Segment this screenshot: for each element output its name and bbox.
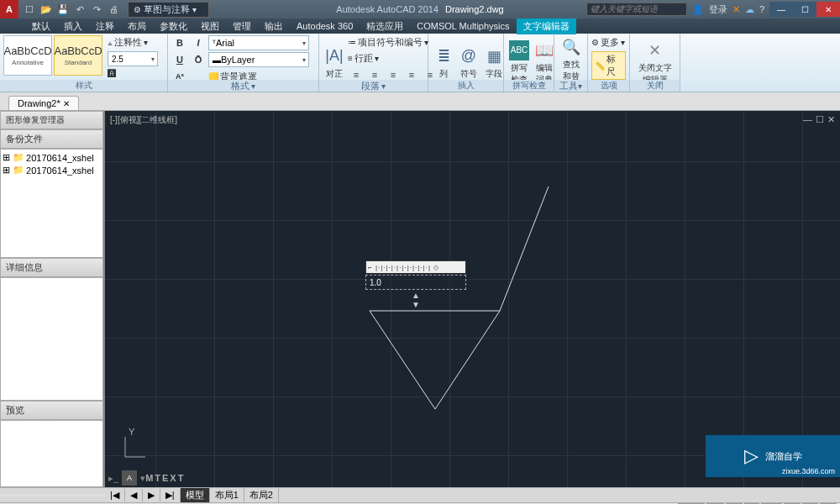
svg-line-0 [500, 186, 549, 311]
panel-options: ⚙ 更多▾ 📏 标尺 选项 [588, 34, 630, 92]
tab-layout[interactable]: 布局 [121, 18, 153, 34]
drawing-geometry [105, 111, 840, 487]
minimize-button[interactable]: — [769, 2, 793, 17]
quick-access-toolbar: ☐ 📂 💾 ↶ ↷ 🖨 [18, 3, 124, 15]
style-annotative[interactable]: AaBbCcD Annotative [3, 35, 52, 76]
backup-files-header[interactable]: 备份文件 [0, 129, 103, 149]
text-height-input[interactable]: 2.5 [108, 51, 158, 66]
panel-options-label: 选项 [588, 80, 629, 92]
tab-manage[interactable]: 管理 [226, 18, 258, 34]
app-name: Autodesk AutoCAD 2014 [336, 4, 438, 14]
details-header[interactable]: 详细信息 [0, 258, 103, 277]
window-controls: — ☐ ✕ [769, 2, 840, 17]
drawing-canvas[interactable]: [-][俯视][二维线框] — ☐ ✕ ⌐ |·|·|·|·|·|·|·|·|·… [105, 111, 840, 487]
preview-header[interactable]: 预览 [0, 401, 103, 420]
panel-tools: 🔍查找和替换 工具▾ [554, 34, 588, 92]
spacer [0, 495, 105, 496]
cloud-icon[interactable]: ☁ [745, 4, 754, 15]
tab-insert[interactable]: 插入 [57, 18, 89, 34]
cmd-handle-icon[interactable]: ▸_ [108, 473, 118, 484]
ruler-toggle[interactable]: 📏 标尺 [591, 51, 626, 80]
app-logo[interactable]: A [0, 0, 18, 18]
text-input-box[interactable]: 1.0 [365, 275, 466, 290]
panel-format-label: 格式 ▾ [168, 80, 318, 92]
model-tab[interactable]: 模型 [181, 488, 210, 502]
svg-text:Y: Y [129, 427, 135, 437]
linespacing-dropdown[interactable]: ≡ 行距 ▾ [348, 51, 438, 66]
cmd-prefix-icon: A [122, 470, 137, 486]
panel-tools-label: 工具▾ [554, 80, 587, 92]
help-search-input[interactable]: 键入关键字或短语 [586, 3, 687, 16]
work-area: 图形修复管理器 备份文件 ⊞ 📁 20170614_xshel ⊞ 📁 2017… [0, 111, 840, 487]
redo-icon[interactable]: ↷ [91, 3, 102, 15]
bold-button[interactable]: B [171, 35, 188, 50]
tab-a360[interactable]: Autodesk 360 [290, 19, 360, 33]
file-tab-strip: Drawing2* ✕ [0, 92, 840, 111]
preview-box [0, 420, 103, 487]
ucs-icon: Y [113, 427, 147, 462]
tab-comsol[interactable]: COMSOL Multiphysics [410, 19, 516, 33]
style-standard[interactable]: AaBbCcD Standard [54, 35, 102, 76]
play-icon: ▷ [744, 445, 759, 467]
user-area: 👤 登录 ✕ ☁ ? [687, 3, 769, 16]
bullets-dropdown[interactable]: ≔ 项目符号和编号 ▾ [348, 35, 438, 50]
panel-paragraph: |A| 对正 ≔ 项目符号和编号 ▾ ≡ 行距 ▾ ≡ ≡ ≡ ≡ ≡ 段落 ▾ [319, 34, 428, 92]
left-pane: 图形修复管理器 备份文件 ⊞ 📁 20170614_xshel ⊞ 📁 2017… [0, 111, 105, 487]
tree-item[interactable]: ⊞ 📁 20170614_xshel [3, 151, 101, 164]
tab-default[interactable]: 默认 [25, 18, 57, 34]
watermark: ▷ 溜溜自学 zixue.3d66.com [706, 435, 840, 477]
text-resize-handle[interactable]: ▲▼ [365, 291, 466, 309]
new-icon[interactable]: ☐ [24, 3, 35, 15]
tabnav-next[interactable]: ▶ [143, 489, 160, 501]
overline-button[interactable]: Ō [190, 52, 207, 67]
mtext-editor[interactable]: ⌐ |·|·|·|·|·|·|·|·|·|·| ◇ 1.0 ▲▼ [365, 260, 466, 309]
tab-text-editor[interactable]: 文字编辑器 [517, 18, 576, 34]
panel-insert-label: 插入 [428, 80, 503, 92]
tabnav-last[interactable]: ▶| [160, 489, 181, 501]
panel-close-label: 关闭 [630, 80, 680, 92]
workspace-selector[interactable]: ⚙ 草图与注释 ▾ [128, 2, 209, 18]
repair-manager-title: 图形修复管理器 [0, 111, 103, 129]
exchange-icon[interactable]: ✕ [732, 4, 740, 15]
panel-format: B I ᵀ Arial U Ō ▬ ByLayer Aª 🟨 背景遮罩 格式 ▾ [168, 34, 319, 92]
title-bar: A ☐ 📂 💾 ↶ ↷ 🖨 ⚙ 草图与注释 ▾ Autodesk AutoCAD… [0, 0, 840, 18]
undo-icon[interactable]: ↶ [74, 3, 86, 15]
maximize-button[interactable]: ☐ [793, 2, 816, 17]
help-icon[interactable]: ? [759, 4, 764, 14]
anno-style-dropdown[interactable]: ⟁ 注释性 ▾ [108, 35, 158, 50]
tree-item[interactable]: ⊞ 📁 20170614_xshel [3, 164, 101, 176]
layout1-tab[interactable]: 布局1 [210, 488, 244, 502]
color-dropdown[interactable]: ▬ ByLayer [208, 52, 309, 67]
font-dropdown[interactable]: ᵀ Arial [208, 35, 309, 50]
panel-spell: ABC拼写检查 📖编辑词典 拼写检查 [504, 34, 554, 92]
ribbon: AaBbCcD Annotative AaBbCcD Standard ⟁ 注释… [0, 34, 840, 92]
login-label[interactable]: 登录 [709, 3, 727, 16]
tab-parametric[interactable]: 参数化 [153, 18, 194, 34]
close-button[interactable]: ✕ [816, 2, 840, 17]
more-dropdown[interactable]: ⚙ 更多▾ [591, 35, 626, 50]
user-icon[interactable]: 👤 [692, 4, 704, 15]
tabnav-first[interactable]: |◀ [105, 489, 125, 501]
panel-close: ✕关闭文字编辑器 关闭 [630, 34, 680, 92]
panel-spell-label: 拼写检查 [504, 80, 554, 92]
panel-paragraph-label: 段落 ▾ [319, 80, 428, 92]
text-ruler[interactable]: ⌐ |·|·|·|·|·|·|·|·|·|·| ◇ [365, 260, 466, 274]
tab-view[interactable]: 视图 [194, 18, 226, 34]
tab-output[interactable]: 输出 [258, 18, 290, 34]
underline-button[interactable]: U [171, 52, 188, 67]
doc-name: Drawing2.dwg [445, 4, 504, 14]
command-text: MTEXT [145, 473, 185, 483]
print-icon[interactable]: 🖨 [108, 3, 119, 15]
backup-tree[interactable]: ⊞ 📁 20170614_xshel ⊞ 📁 20170614_xshel [0, 149, 103, 258]
tab-annotate[interactable]: 注释 [89, 18, 121, 34]
tab-featured[interactable]: 精选应用 [360, 18, 410, 34]
file-tab[interactable]: Drawing2* ✕ [8, 96, 79, 110]
details-box [0, 277, 103, 401]
tabnav-prev[interactable]: ◀ [125, 489, 143, 501]
save-icon[interactable]: 💾 [57, 3, 69, 15]
open-icon[interactable]: 📂 [40, 3, 52, 15]
panel-style-label: 样式 [0, 80, 167, 92]
layout2-tab[interactable]: 布局2 [244, 488, 279, 502]
italic-button[interactable]: I [190, 35, 207, 50]
match-button[interactable]: 🅰 [108, 68, 158, 79]
